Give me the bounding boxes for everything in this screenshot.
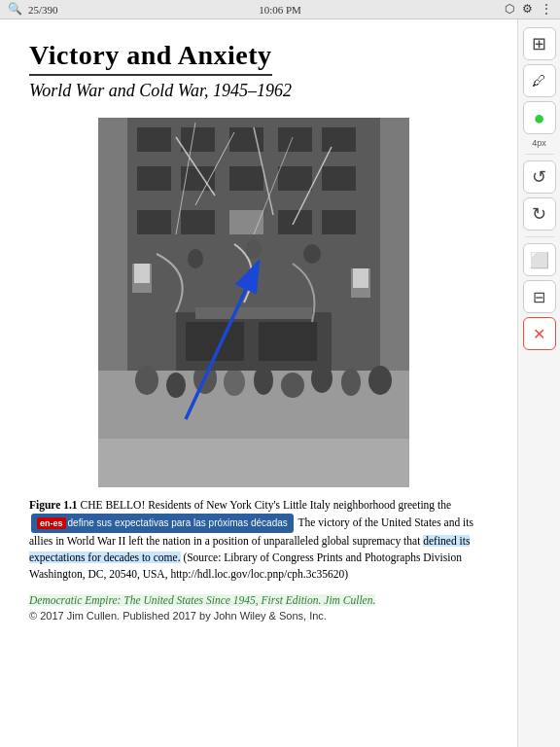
svg-point-42: [188, 249, 203, 268]
svg-rect-39: [134, 264, 150, 283]
svg-point-44: [303, 244, 321, 264]
figure-caption: Figure 1.1 CHE BELLO! Residents of New Y…: [29, 497, 478, 584]
language-flag: en-es: [37, 517, 66, 529]
toolbar-separator-1: [525, 154, 554, 155]
layout-button[interactable]: ⊟: [523, 280, 556, 313]
photo-background: [98, 118, 409, 487]
chapter-image: [98, 118, 409, 487]
pen-button[interactable]: 🖊: [523, 64, 556, 97]
toolbar-separator-2: [525, 236, 554, 237]
more-icon[interactable]: ⋮: [541, 2, 552, 17]
svg-point-43: [246, 239, 262, 259]
figure-label: Figure 1.1: [29, 499, 78, 511]
color-button[interactable]: ●: [523, 101, 556, 134]
chapter-subtitle: World War and Cold War, 1945–1962: [29, 80, 478, 102]
redo-icon: ↻: [532, 203, 546, 225]
svg-rect-5: [278, 127, 312, 152]
close-button[interactable]: ✕: [523, 317, 556, 350]
color-icon: ●: [533, 107, 544, 129]
svg-rect-16: [322, 210, 356, 234]
svg-rect-12: [137, 210, 171, 234]
undo-button[interactable]: ↺: [523, 160, 556, 194]
search-icon[interactable]: 🔍: [8, 2, 22, 17]
svg-point-29: [281, 373, 304, 398]
close-icon: ✕: [533, 325, 545, 343]
svg-rect-41: [353, 268, 368, 288]
svg-rect-33: [98, 439, 409, 487]
svg-rect-37: [195, 307, 312, 319]
book-citation: Democratic Empire: The United States Sin…: [29, 594, 375, 606]
grid-button[interactable]: ⊞: [523, 27, 556, 60]
svg-rect-15: [278, 210, 312, 234]
svg-point-24: [135, 366, 158, 395]
page-area: Victory and Anxiety World War and Cold W…: [0, 19, 517, 747]
svg-point-25: [166, 373, 186, 398]
svg-rect-36: [259, 322, 317, 361]
svg-rect-13: [181, 210, 215, 234]
grid-icon: ⊞: [532, 33, 546, 54]
layout-icon: ⊟: [533, 288, 545, 306]
svg-rect-3: [181, 127, 215, 152]
eraser-icon: ⬜: [530, 251, 549, 269]
settings-icon[interactable]: ⚙: [522, 2, 533, 17]
undo-icon: ↺: [532, 166, 546, 188]
size-label: 4px: [532, 138, 546, 148]
status-bar-right: ⬡ ⚙ ⋮: [505, 2, 552, 17]
svg-point-32: [368, 366, 392, 395]
svg-rect-2: [137, 127, 171, 152]
pen-icon: 🖊: [532, 73, 546, 89]
right-toolbar: ⊞ 🖊 ● 4px ↺ ↻ ⬜ ⊟ ✕: [517, 19, 560, 747]
chapter-title: Victory and Anxiety: [29, 39, 478, 80]
svg-rect-35: [186, 322, 244, 361]
svg-rect-6: [322, 127, 356, 152]
translation-tooltip[interactable]: en-esdefine sus expectativas para las pr…: [31, 514, 294, 533]
svg-point-31: [341, 369, 361, 396]
svg-rect-9: [229, 166, 263, 191]
airplay-icon[interactable]: ⬡: [505, 2, 514, 17]
caption-body: CHE BELLO! Residents of New York City's …: [81, 499, 452, 511]
svg-point-27: [224, 369, 245, 396]
status-bar-left: 🔍 25/390: [8, 2, 58, 17]
svg-rect-7: [137, 166, 171, 191]
photo-svg: [98, 118, 409, 487]
main-content: Victory and Anxiety World War and Cold W…: [0, 19, 560, 747]
page-counter: 25/390: [28, 4, 58, 16]
book-citation-line: Democratic Empire: The United States Sin…: [29, 590, 478, 608]
redo-button[interactable]: ↻: [523, 197, 556, 231]
copyright-line: © 2017 Jim Cullen. Published 2017 by Joh…: [29, 610, 478, 622]
status-bar: 🔍 25/390 10:06 PM ⬡ ⚙ ⋮: [0, 0, 560, 19]
svg-rect-11: [322, 166, 356, 191]
eraser-button[interactable]: ⬜: [523, 243, 556, 276]
svg-rect-10: [278, 166, 312, 191]
status-bar-time: 10:06 PM: [259, 4, 301, 16]
